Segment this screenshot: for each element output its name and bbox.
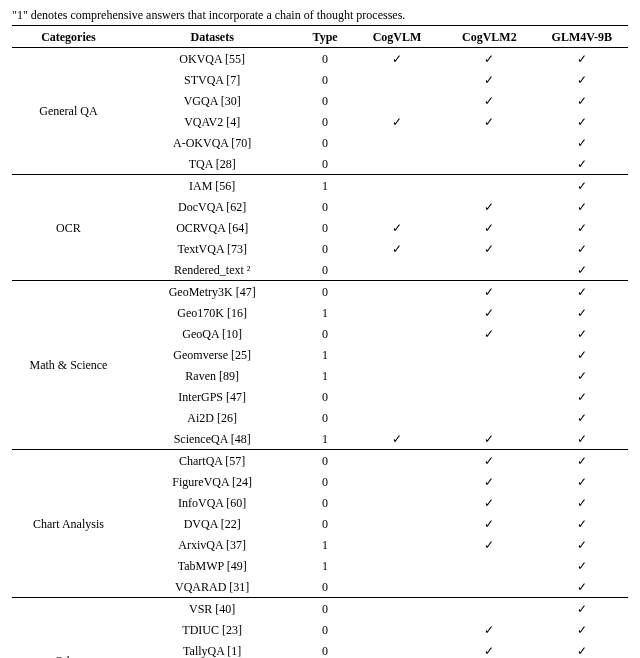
type-cell: 0 — [299, 111, 350, 132]
model-cell-m2: ✓ — [443, 471, 535, 492]
type-cell: 0 — [299, 513, 350, 534]
type-cell: 0 — [299, 619, 350, 640]
table-row: Math & ScienceGeoMetry3K [47]0✓✓ — [12, 281, 628, 303]
type-cell: 0 — [299, 259, 350, 281]
table-header-row: Categories Datasets Type CogVLM CogVLM2 … — [12, 26, 628, 48]
dataset-cell: IAM [56] — [125, 175, 300, 197]
table-row: General QAOKVQA [55]0✓✓✓ — [12, 48, 628, 70]
type-cell: 0 — [299, 48, 350, 70]
model-cell-m3: ✓ — [536, 302, 628, 323]
dataset-cell: VQARAD [31] — [125, 576, 300, 598]
model-cell-m3: ✓ — [536, 175, 628, 197]
model-cell-m1 — [351, 132, 443, 153]
dataset-cell: TDIUC [23] — [125, 619, 300, 640]
table-row: Chart AnalysisChartQA [57]0✓✓ — [12, 450, 628, 472]
model-cell-m2 — [443, 555, 535, 576]
type-cell: 1 — [299, 534, 350, 555]
model-cell-m2: ✓ — [443, 513, 535, 534]
model-cell-m3: ✓ — [536, 217, 628, 238]
model-cell-m1: ✓ — [351, 217, 443, 238]
dataset-cell: DocVQA [62] — [125, 196, 300, 217]
model-cell-m1 — [351, 598, 443, 620]
model-cell-m1: ✓ — [351, 428, 443, 450]
model-cell-m1 — [351, 281, 443, 303]
model-cell-m2 — [443, 598, 535, 620]
table-row: OCRIAM [56]1✓ — [12, 175, 628, 197]
model-cell-m2 — [443, 576, 535, 598]
type-cell: 0 — [299, 217, 350, 238]
type-cell: 0 — [299, 471, 350, 492]
dataset-cell: Geomverse [25] — [125, 344, 300, 365]
model-cell-m2: ✓ — [443, 302, 535, 323]
dataset-cell: Geo170K [16] — [125, 302, 300, 323]
model-cell-m3: ✓ — [536, 196, 628, 217]
model-cell-m1 — [351, 534, 443, 555]
dataset-cell: Raven [89] — [125, 365, 300, 386]
type-cell: 0 — [299, 450, 350, 472]
type-cell: 0 — [299, 640, 350, 658]
model-cell-m2 — [443, 386, 535, 407]
model-cell-m2: ✓ — [443, 450, 535, 472]
dataset-cell: OKVQA [55] — [125, 48, 300, 70]
model-cell-m1: ✓ — [351, 238, 443, 259]
model-cell-m1 — [351, 619, 443, 640]
model-cell-m1 — [351, 365, 443, 386]
model-cell-m3: ✓ — [536, 323, 628, 344]
category-cell: OCR — [12, 175, 125, 281]
model-cell-m1: ✓ — [351, 111, 443, 132]
model-cell-m2: ✓ — [443, 69, 535, 90]
model-cell-m1 — [351, 386, 443, 407]
model-cell-m3: ✓ — [536, 238, 628, 259]
model-cell-m1 — [351, 196, 443, 217]
dataset-cell: A-OKVQA [70] — [125, 132, 300, 153]
model-cell-m2: ✓ — [443, 428, 535, 450]
dataset-cell: VQAV2 [4] — [125, 111, 300, 132]
model-cell-m3: ✓ — [536, 281, 628, 303]
type-cell: 1 — [299, 428, 350, 450]
model-cell-m1 — [351, 69, 443, 90]
category-cell: Math & Science — [12, 281, 125, 450]
type-cell: 1 — [299, 175, 350, 197]
model-cell-m3: ✓ — [536, 619, 628, 640]
model-cell-m3: ✓ — [536, 598, 628, 620]
type-cell: 0 — [299, 281, 350, 303]
category-cell: Chart Analysis — [12, 450, 125, 598]
model-cell-m2: ✓ — [443, 90, 535, 111]
th-cogvlm: CogVLM — [351, 26, 443, 48]
model-cell-m3: ✓ — [536, 48, 628, 70]
type-cell: 0 — [299, 576, 350, 598]
model-cell-m1 — [351, 302, 443, 323]
th-categories: Categories — [12, 26, 125, 48]
model-cell-m3: ✓ — [536, 492, 628, 513]
type-cell: 1 — [299, 365, 350, 386]
model-cell-m2: ✓ — [443, 217, 535, 238]
type-cell: 0 — [299, 196, 350, 217]
model-cell-m3: ✓ — [536, 132, 628, 153]
model-cell-m2: ✓ — [443, 281, 535, 303]
model-cell-m1 — [351, 90, 443, 111]
type-cell: 1 — [299, 344, 350, 365]
model-cell-m3: ✓ — [536, 450, 628, 472]
datasets-table: Categories Datasets Type CogVLM CogVLM2 … — [12, 25, 628, 658]
type-cell: 0 — [299, 153, 350, 175]
model-cell-m2 — [443, 259, 535, 281]
table-row: OtherVSR [40]0✓ — [12, 598, 628, 620]
dataset-cell: VGQA [30] — [125, 90, 300, 111]
dataset-cell: GeoMetry3K [47] — [125, 281, 300, 303]
model-cell-m1 — [351, 513, 443, 534]
model-cell-m2: ✓ — [443, 619, 535, 640]
model-cell-m1 — [351, 576, 443, 598]
dataset-cell: GeoQA [10] — [125, 323, 300, 344]
type-cell: 0 — [299, 69, 350, 90]
model-cell-m2 — [443, 365, 535, 386]
type-cell: 1 — [299, 302, 350, 323]
model-cell-m1 — [351, 450, 443, 472]
model-cell-m2 — [443, 153, 535, 175]
model-cell-m1: ✓ — [351, 48, 443, 70]
category-cell: General QA — [12, 48, 125, 175]
model-cell-m1 — [351, 175, 443, 197]
dataset-cell: Ai2D [26] — [125, 407, 300, 428]
model-cell-m3: ✓ — [536, 259, 628, 281]
dataset-cell: TQA [28] — [125, 153, 300, 175]
dataset-cell: InterGPS [47] — [125, 386, 300, 407]
